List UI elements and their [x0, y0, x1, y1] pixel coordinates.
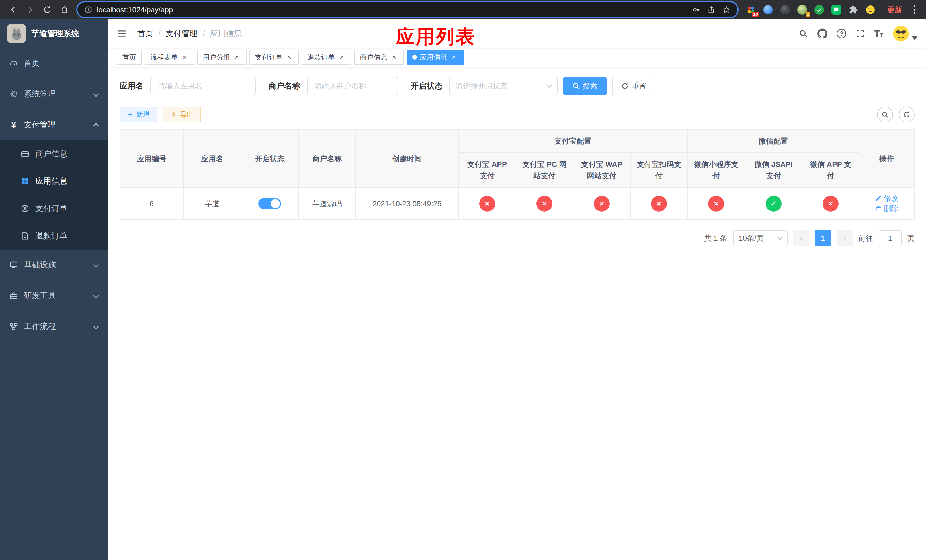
breadcrumb-separator: /: [203, 29, 205, 38]
breadcrumb-item-home[interactable]: 首页: [137, 28, 153, 39]
cell-created: 2021-10-23 08:49:25: [356, 188, 458, 219]
page-content: 应用名 商户名称 开启状态 请选择开启状态 搜索: [108, 67, 926, 560]
sidebar-subitem-merchant-info[interactable]: 商户信息: [0, 140, 108, 168]
sidebar-item-home[interactable]: 首页: [0, 48, 108, 79]
tab-process-form[interactable]: 流程表单 ×: [145, 50, 194, 65]
pagination-prev-button[interactable]: ‹: [793, 230, 809, 246]
site-info-icon[interactable]: [84, 6, 92, 14]
goto-page-input[interactable]: [879, 230, 902, 246]
forward-button[interactable]: [23, 2, 38, 17]
search-button[interactable]: 搜索: [563, 77, 607, 95]
tab-home[interactable]: 首页: [117, 50, 142, 65]
close-icon[interactable]: ×: [180, 53, 189, 61]
plus-icon: [127, 111, 133, 118]
sidebar-item-payment[interactable]: ¥ 支付管理: [0, 109, 108, 140]
col-header-wx-app: 微信 APP 支付: [802, 152, 859, 188]
close-icon[interactable]: ×: [338, 53, 346, 61]
tab-refund-order[interactable]: 退款订单 ×: [302, 50, 351, 65]
col-header-status: 开启状态: [241, 130, 298, 188]
github-icon[interactable]: [817, 29, 828, 39]
close-icon[interactable]: ×: [390, 53, 398, 61]
cross-icon: ×: [479, 196, 495, 212]
app-logo: [8, 24, 26, 43]
extensions-puzzle-icon[interactable]: [848, 4, 859, 15]
pagination-next-button[interactable]: ›: [837, 230, 853, 246]
add-button[interactable]: 新增: [120, 106, 157, 123]
chevron-down-icon: [93, 293, 99, 298]
bookmark-star-icon[interactable]: [722, 5, 731, 14]
browser-profile-avatar[interactable]: [865, 4, 876, 15]
home-button[interactable]: [57, 2, 72, 17]
cell-app-name: 芋道: [183, 188, 241, 219]
sidebar-item-devtools[interactable]: 研发工具: [0, 280, 108, 311]
share-icon[interactable]: [707, 5, 715, 14]
sidebar-subitem-payment-orders[interactable]: 支付订单: [0, 195, 108, 222]
delete-link[interactable]: 删除: [875, 204, 899, 213]
goto-label: 前往: [858, 233, 873, 243]
reload-button[interactable]: [40, 2, 54, 17]
back-button[interactable]: [6, 2, 21, 17]
table-row: 6 芋道 芋道源码 2021-10-23 08:49:25 × × × × × …: [120, 188, 914, 219]
sidebar-subitem-refund-orders[interactable]: 退款订单: [0, 222, 108, 250]
sidebar-item-infrastructure[interactable]: 基础设施: [0, 250, 108, 280]
toggle-search-button[interactable]: [877, 106, 893, 123]
user-avatar[interactable]: [893, 25, 917, 42]
breadcrumb-item-payment[interactable]: 支付管理: [166, 28, 198, 39]
cell-alipay-pc: ×: [516, 188, 573, 219]
cell-wx-jsapi: ✓: [745, 188, 802, 219]
monitor-icon: [9, 260, 18, 269]
extension-color-grid-icon[interactable]: 10: [746, 4, 756, 15]
export-button[interactable]: 导出: [163, 106, 201, 123]
close-icon[interactable]: ×: [285, 53, 293, 61]
close-icon[interactable]: ×: [450, 53, 458, 61]
tab-app-info[interactable]: 应用信息 ×: [407, 50, 464, 65]
password-key-icon[interactable]: [692, 5, 701, 14]
app-name-input[interactable]: [150, 77, 256, 95]
breadcrumb-separator: /: [158, 29, 160, 38]
fullscreen-icon[interactable]: [855, 29, 865, 38]
reload-icon: [43, 5, 51, 14]
help-icon[interactable]: ?: [837, 29, 846, 38]
edit-link[interactable]: 修改: [875, 194, 899, 203]
page-size-select[interactable]: 10条/页: [733, 230, 788, 246]
back-arrow-icon: [9, 5, 18, 14]
update-button[interactable]: 更新: [883, 3, 906, 17]
header-search-icon[interactable]: [799, 29, 808, 38]
status-toggle[interactable]: [258, 198, 281, 209]
tab-payment-order[interactable]: 支付订单 ×: [250, 50, 299, 65]
cell-app-id: 6: [120, 188, 183, 219]
extension-drop-icon[interactable]: [763, 4, 773, 15]
chevron-down-icon: [93, 324, 99, 329]
app-title: 芋道管理系统: [31, 28, 79, 39]
extension-sphere-icon[interactable]: [780, 4, 790, 15]
close-icon[interactable]: ×: [233, 53, 241, 61]
merchant-name-input[interactable]: [307, 77, 398, 95]
sidebar-subitem-app-info[interactable]: 应用信息: [0, 168, 108, 195]
tab-user-group[interactable]: 用户分组 ×: [197, 50, 247, 65]
col-header-merchant: 商户名称: [299, 130, 356, 188]
pagination-page-1[interactable]: 1: [815, 230, 831, 246]
pencil-icon: [875, 195, 882, 202]
browser-menu-button[interactable]: [909, 5, 920, 14]
gear-icon: [9, 89, 18, 98]
refresh-table-button[interactable]: [899, 106, 915, 123]
sidebar-item-system[interactable]: 系统管理: [0, 79, 108, 109]
status-select[interactable]: 请选择开启状态: [449, 77, 558, 95]
address-bar[interactable]: localhost:1024/pay/app: [77, 2, 737, 17]
hamburger-icon[interactable]: [117, 29, 127, 38]
reset-button[interactable]: 重置: [612, 77, 655, 95]
payment-submenu: 商户信息 应用信息 支付订单: [0, 140, 108, 250]
tab-merchant-info[interactable]: 商户信息 ×: [354, 50, 404, 65]
cell-status: [241, 188, 298, 219]
coin-icon: [21, 204, 30, 213]
col-header-alipay-qr: 支付宝扫码支付: [631, 152, 687, 188]
app-logo-row[interactable]: 芋道管理系统: [0, 20, 108, 48]
extension-avatar-icon[interactable]: 1: [797, 4, 808, 15]
font-size-icon[interactable]: TT: [874, 29, 883, 38]
extension-chat-icon[interactable]: [831, 4, 842, 15]
chevron-up-icon: [93, 123, 99, 129]
sidebar-subitem-label: 退款订单: [35, 230, 67, 241]
extension-check-icon[interactable]: [814, 4, 825, 15]
sidebar-item-workflow[interactable]: 工作流程: [0, 311, 108, 342]
url-text[interactable]: localhost:1024/pay/app: [97, 5, 687, 14]
